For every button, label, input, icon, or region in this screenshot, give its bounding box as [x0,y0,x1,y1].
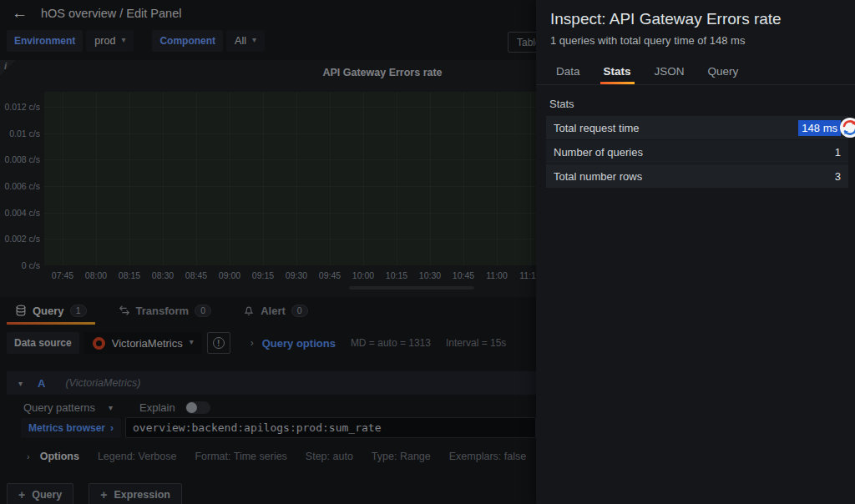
inspect-title: Inspect: API Gateway Errors rate [550,10,782,28]
stat-row-number-of-queries: Number of queries 1 [546,140,848,164]
stat-value-selected[interactable]: 148 ms [798,120,841,136]
stat-label: Number of queries [554,146,643,159]
stats-section-label: Stats [549,98,574,110]
inspect-tab-query[interactable]: Query [708,65,739,84]
stat-row-total-request-time: Total request time 148 ms [546,116,848,139]
inspect-tab-data[interactable]: Data [556,65,580,84]
inspect-subtitle: 1 queries with total query time of 148 m… [550,34,745,47]
stat-label: Total number rows [554,170,642,183]
inspect-drawer: Inspect: API Gateway Errors rate 1 queri… [536,0,855,504]
stats-table: Total request time 148 ms Number of quer… [546,116,848,189]
edit-panel-pane: ← hOS overview / Edit Panel Environment … [0,0,536,504]
stat-value: 1 [835,146,841,159]
inspect-tab-stats[interactable]: Stats [604,65,631,84]
inspect-tab-json[interactable]: JSON [655,65,685,84]
stat-value: 3 [835,170,841,183]
inspect-tab-bar: Data Stats JSON Query [536,63,855,85]
drawer-backdrop[interactable] [0,0,536,504]
grafana-edit-panel-screen: ← hOS overview / Edit Panel Environment … [0,0,855,504]
stat-label: Total request time [554,122,640,134]
sync-cursor-icon [839,117,855,139]
stat-row-total-number-rows: Total number rows 3 [546,164,848,188]
